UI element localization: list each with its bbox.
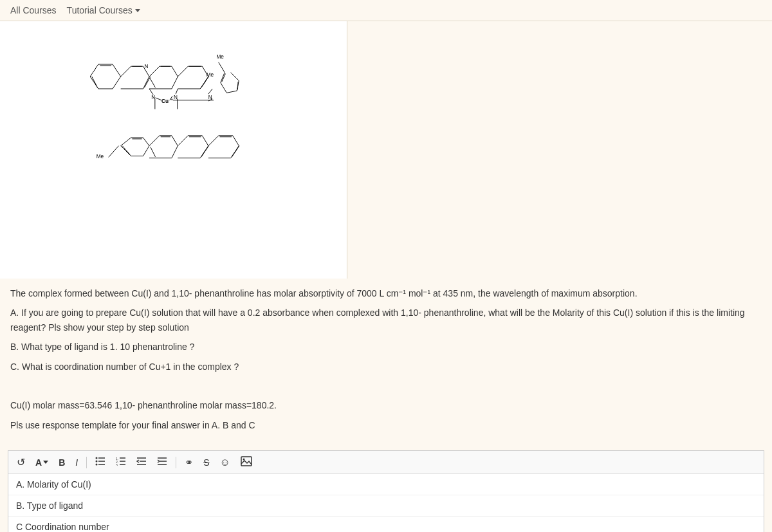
left-panel: N: [0, 21, 347, 279]
indent-decrease-icon: [136, 457, 147, 468]
svg-point-79: [96, 457, 98, 459]
svg-line-38: [230, 73, 239, 81]
cu-charge: +: [170, 97, 172, 102]
svg-line-61: [178, 136, 188, 146]
image-button[interactable]: [237, 455, 255, 470]
main-container: N: [0, 21, 772, 532]
me-label-top: Me: [216, 54, 224, 60]
content-area: N: [0, 21, 772, 279]
svg-line-68: [208, 136, 218, 146]
tutorial-courses-label: Tutorial Courses: [67, 5, 133, 15]
n-label-1: N: [144, 64, 148, 69]
unordered-list-button[interactable]: [92, 455, 109, 469]
svg-line-11: [143, 77, 149, 89]
question-intro: The complex formed between Cu(I) and 1,1…: [10, 286, 762, 300]
svg-text:3.: 3.: [116, 463, 118, 466]
question-template-note: Pls use response template for your final…: [10, 418, 762, 432]
undo-button[interactable]: ↺: [14, 455, 28, 470]
svg-line-15: [149, 66, 160, 77]
link-button[interactable]: ⚭: [181, 455, 196, 470]
svg-rect-94: [241, 457, 252, 466]
n-label-cu-left: N: [151, 95, 155, 100]
top-navigation: All Courses Tutorial Courses: [0, 0, 772, 21]
question-part-a: A. If you are going to prepare Cu(I) sol…: [10, 306, 762, 335]
toolbar-separator-2: [176, 457, 176, 468]
emoji-icon: ☺: [219, 457, 230, 468]
svg-line-49: [143, 146, 149, 156]
svg-line-30: [149, 89, 153, 95]
svg-line-60: [150, 147, 155, 157]
emoji-button[interactable]: ☺: [216, 455, 233, 470]
svg-line-74: [232, 146, 239, 157]
svg-line-21: [149, 78, 155, 87]
italic-button[interactable]: I: [72, 456, 81, 469]
editor-row-b[interactable]: B. Type of ligand: [8, 495, 764, 517]
indent-increase-icon: [157, 457, 167, 468]
undo-icon: ↺: [17, 456, 25, 468]
svg-line-41: [208, 89, 212, 94]
svg-line-18: [171, 77, 178, 89]
svg-line-17: [171, 66, 178, 77]
svg-line-28: [201, 77, 208, 87]
svg-line-35: [220, 83, 226, 93]
molecule-structure-svg: N: [13, 28, 335, 272]
question-part-b: B. What type of ligand is 1. 10 phenantr…: [10, 340, 762, 354]
svg-line-71: [230, 146, 239, 158]
me-label-bottom: Me: [96, 154, 104, 160]
svg-point-80: [96, 461, 98, 463]
strikethrough-button[interactable]: S: [200, 456, 212, 469]
molecule-image-area: N: [0, 21, 347, 279]
ordered-list-icon: 1.2.3.: [116, 457, 126, 468]
font-icon: A: [35, 457, 42, 468]
svg-line-56: [171, 136, 178, 146]
editor-container: ↺ A B I 1.2.3.: [8, 450, 764, 532]
svg-line-46: [120, 138, 131, 146]
svg-line-25: [200, 77, 208, 89]
bold-button[interactable]: B: [55, 456, 68, 469]
editor-row-a[interactable]: A. Molarity of Cu(I): [8, 474, 764, 495]
svg-line-54: [149, 136, 160, 146]
all-courses-link[interactable]: All Courses: [10, 5, 57, 15]
unordered-list-icon: [95, 457, 106, 468]
svg-line-36: [226, 91, 237, 93]
svg-line-3: [113, 77, 121, 89]
right-panel: [347, 21, 772, 279]
svg-point-81: [96, 464, 98, 466]
svg-line-8: [120, 66, 131, 77]
svg-line-70: [232, 136, 239, 146]
question-text-area: The complex formed between Cu(I) and 1,1…: [0, 279, 772, 445]
svg-line-48: [143, 138, 149, 146]
svg-line-22: [178, 66, 188, 77]
question-part-c: C. What is coordination number of Cu+1 i…: [10, 360, 762, 374]
svg-line-2: [113, 64, 121, 77]
svg-line-40: [237, 82, 238, 89]
editor-row-c[interactable]: C Coordination number: [8, 517, 764, 532]
svg-line-32: [176, 89, 178, 94]
svg-line-7: [91, 77, 97, 87]
svg-line-51: [120, 146, 131, 156]
cu-label: Cu: [161, 98, 169, 104]
editor-body[interactable]: A. Molarity of Cu(I) B. Type of ligand C…: [8, 474, 764, 532]
svg-line-75: [108, 146, 118, 158]
svg-line-29: [155, 98, 161, 100]
svg-line-57: [171, 146, 178, 158]
image-icon: [241, 456, 252, 468]
svg-line-64: [200, 146, 208, 158]
toolbar-separator-1: [86, 457, 87, 468]
svg-line-67: [201, 146, 208, 157]
link-icon: ⚭: [185, 456, 193, 468]
svg-line-53: [122, 146, 130, 155]
svg-line-0: [90, 64, 98, 77]
me-label-mid: Me: [206, 72, 214, 78]
svg-line-33: [218, 62, 225, 73]
indent-decrease-button[interactable]: [133, 455, 150, 469]
n-label-cu-right: N: [174, 95, 178, 100]
strikethrough-icon: S: [203, 457, 209, 468]
ordered-list-button[interactable]: 1.2.3.: [113, 455, 129, 469]
font-selector-button[interactable]: A: [32, 456, 51, 469]
tutorial-courses-dropdown[interactable]: Tutorial Courses: [67, 5, 140, 15]
indent-increase-button[interactable]: [154, 455, 170, 469]
editor-toolbar: ↺ A B I 1.2.3.: [8, 451, 764, 474]
question-blank-line: [10, 379, 762, 393]
font-chevron-icon: [43, 461, 48, 464]
